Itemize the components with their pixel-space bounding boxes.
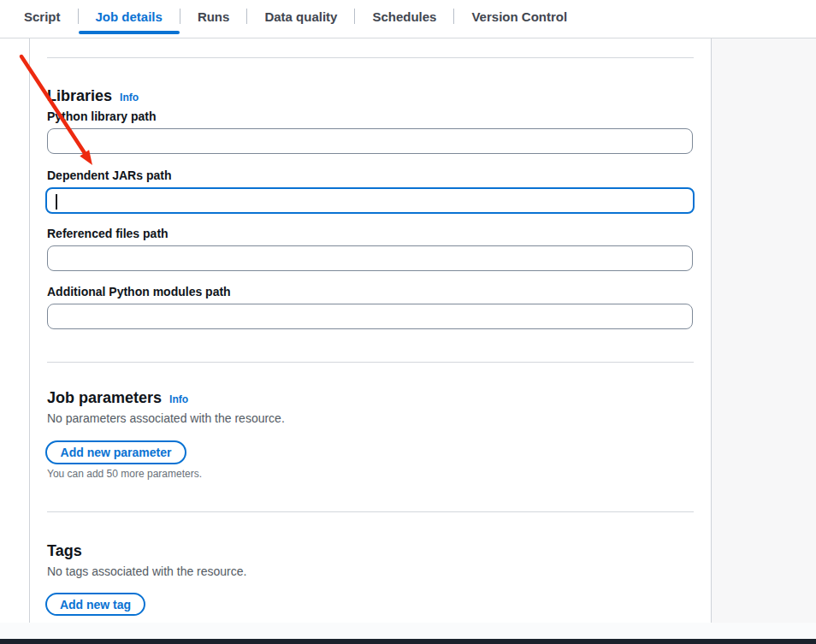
tags-heading: Tags xyxy=(47,542,82,560)
libraries-heading: Libraries xyxy=(47,87,112,105)
section-divider xyxy=(47,57,694,58)
tab-version-control[interactable]: Version Control xyxy=(454,0,584,32)
job-parameters-empty-text: No parameters associated with the resour… xyxy=(47,411,285,425)
tab-runs[interactable]: Runs xyxy=(180,0,247,32)
tab-bar: Script Job details Runs Data quality Sch… xyxy=(0,0,816,38)
job-parameters-heading: Job parameters xyxy=(47,389,162,407)
job-parameters-info-link[interactable]: Info xyxy=(169,393,188,405)
tab-schedules[interactable]: Schedules xyxy=(355,0,453,32)
job-details-panel: Libraries Info Python library path Depen… xyxy=(47,38,694,623)
text-cursor xyxy=(56,194,57,210)
window-bottom-edge xyxy=(0,639,816,644)
section-divider xyxy=(47,511,694,512)
dependent-jars-path-label: Dependent JARs path xyxy=(47,168,171,182)
add-new-tag-button[interactable]: Add new tag xyxy=(45,593,145,616)
python-library-path-label: Python library path xyxy=(47,109,157,123)
libraries-info-link[interactable]: Info xyxy=(120,92,139,103)
tags-empty-text: No tags associated with the resource. xyxy=(47,564,246,578)
tags-section-title: Tags xyxy=(47,542,82,560)
footer-band xyxy=(0,623,816,639)
tab-job-details[interactable]: Job details xyxy=(79,0,180,32)
dependent-jars-path-input[interactable] xyxy=(45,187,695,214)
right-gutter xyxy=(712,38,816,623)
additional-python-modules-path-label: Additional Python modules path xyxy=(47,285,231,298)
panel-border-right xyxy=(711,38,712,623)
libraries-section-title: Libraries Info xyxy=(47,87,139,105)
referenced-files-path-label: Referenced files path xyxy=(47,227,169,240)
referenced-files-path-input[interactable] xyxy=(47,245,693,271)
section-divider xyxy=(47,362,694,363)
tabbar-divider xyxy=(0,38,816,38)
additional-python-modules-path-input[interactable] xyxy=(47,304,693,329)
job-parameters-section-title: Job parameters Info xyxy=(47,389,188,407)
tab-data-quality[interactable]: Data quality xyxy=(247,0,354,32)
parameters-limit-text: You can add 50 more parameters. xyxy=(47,468,202,480)
python-library-path-input[interactable] xyxy=(47,128,693,154)
add-new-parameter-button[interactable]: Add new parameter xyxy=(45,440,186,464)
tab-script[interactable]: Script xyxy=(7,0,78,32)
panel-border-left xyxy=(29,38,30,623)
